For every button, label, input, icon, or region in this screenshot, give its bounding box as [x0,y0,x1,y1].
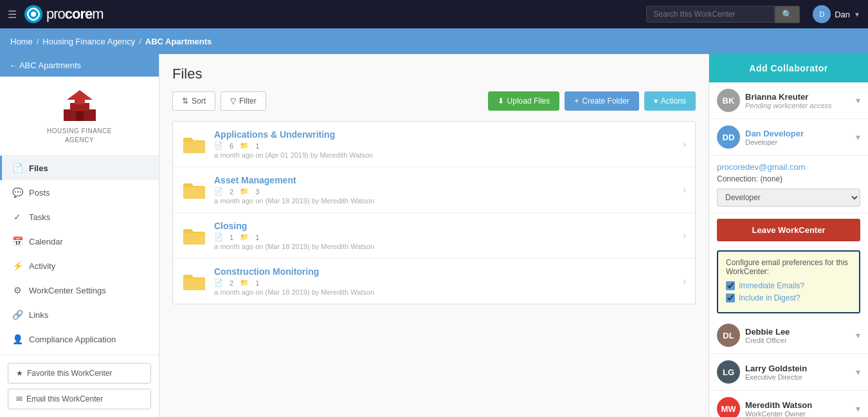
file-count-icon-3: 📄 [214,233,223,241]
collab-role-debbie: Credit Officer [745,337,851,344]
folder-item-applications[interactable]: Applications & Underwriting 📄 6 📁 1 a mo… [173,122,695,167]
collab-name-debbie: Debbie Lee [745,327,851,337]
collab-role-larry: Executive Director [745,373,851,381]
dan-detail-section: procoredev@gmail.com Connection: (none) … [709,156,868,214]
sidebar-item-label-tasks: Tasks [29,212,50,222]
chevron-right-icon-4: › [683,275,686,287]
folder-icon-closing [182,225,206,246]
immediate-emails-pref: Immediate Emails? [726,281,851,290]
file-count-icon: 📄 [214,142,223,150]
role-select[interactable]: Developer Admin Read Only [717,189,860,207]
search-button[interactable]: 🔍 [775,6,800,23]
collab-name-meredith: Meredith Watson [745,400,851,410]
folder-item-closing[interactable]: Closing 📄 1 📁 1 a month ago on (Mar 18 2… [173,213,695,259]
add-collaborator-button[interactable]: Add Collaborator [709,54,868,82]
subfolder-count-icon: 📁 [240,142,249,150]
folder-info-applications: Applications & Underwriting 📄 6 📁 1 a mo… [214,129,675,159]
toolbar: ⇅ Sort ▽ Filter ⬇ Upload Files + Create … [172,91,696,111]
settings-icon: ⚙ [12,285,23,295]
collab-role-brianna: Pending workcenter access [745,102,851,109]
search-input[interactable] [646,6,775,23]
sidebar-item-workcenter-settings[interactable]: ⚙ WorkCenter Settings [0,278,159,302]
favorite-workcenter-button[interactable]: ★ Favorite this WorkCenter [8,363,151,384]
hamburger-icon[interactable]: ☰ [8,8,17,21]
collab-info-brianna: Brianna Kreuter Pending workcenter acces… [745,92,851,109]
svg-point-1 [31,12,36,17]
chevron-debbie[interactable]: ▾ [856,330,860,340]
folder-info-construction: Construction Monitoring 📄 2 📁 1 a month … [214,266,675,296]
sidebar-item-links[interactable]: 🔗 Links [0,302,159,327]
folder-meta-asset: 📄 2 📁 3 [214,187,675,196]
svg-rect-6 [76,111,84,121]
chevron-larry[interactable]: ▾ [856,367,860,377]
folder-name-construction: Construction Monitoring [214,266,675,277]
sidebar-item-files[interactable]: 📄 Files [0,156,159,180]
sidebar-logo-text: HOUSING FINANCEAGENCY [10,127,149,145]
breadcrumb-agency[interactable]: Housing Finance Agency [42,37,135,46]
collaborator-debbie[interactable]: DL Debbie Lee Credit Officer ▾ [709,317,868,354]
sidebar-item-calendar[interactable]: 📅 Calendar [0,229,159,254]
connection-label: Connection: (none) [717,174,860,183]
sidebar-item-compliance[interactable]: 👤 Compliance Application [0,327,159,351]
breadcrumb-home[interactable]: Home [10,37,33,46]
sidebar-item-posts[interactable]: 💬 Posts [0,180,159,205]
sidebar-item-tasks[interactable]: ✓ Tasks [0,205,159,229]
collaborator-brianna[interactable]: BK Brianna Kreuter Pending workcenter ac… [709,82,868,119]
star-icon: ★ [16,369,23,378]
email-preferences-box: Configure email preferences for this Wor… [717,250,860,313]
file-count-icon-4: 📄 [214,279,223,287]
user-name: Dan [835,10,850,19]
sidebar-item-label-activity: Activity [29,261,55,271]
sort-button[interactable]: ⇅ Sort [172,91,215,111]
email-workcenter-button[interactable]: ✉ Email this WorkCenter [8,389,151,409]
chevron-dan[interactable]: ▾ [856,132,860,142]
collab-role-dan: Developer [745,138,851,146]
files-icon: 📄 [12,163,23,173]
folder-icon-applications [182,134,206,154]
collab-info-dan: Dan Developer Developer [745,129,851,146]
email-prefs-title: Configure email preferences for this Wor… [726,258,851,276]
content-area: Files ⇅ Sort ▽ Filter ⬇ Upload Files + C [159,54,709,417]
actions-button[interactable]: ▾ Actions [644,91,696,111]
user-avatar: D [813,5,831,23]
avatar-brianna: BK [717,89,740,112]
filter-button[interactable]: ▽ Filter [221,91,266,111]
sidebar-item-activity[interactable]: ⚡ Activity [0,254,159,278]
collab-info-meredith: Meredith Watson WorkCenter Owner [745,400,851,418]
sidebar: ← ABC Apartments HOUSING FINANCEAGENCY 📄… [0,54,159,417]
main-layout: ← ABC Apartments HOUSING FINANCEAGENCY 📄… [0,54,868,417]
collab-name-larry: Larry Goldstein [745,364,851,373]
activity-icon: ⚡ [12,261,23,271]
chevron-down-icon: ▾ [654,97,658,106]
folder-name-applications: Applications & Underwriting [214,129,675,140]
breadcrumb-sep-1: / [37,37,39,46]
user-area[interactable]: D Dan ▼ [813,5,860,23]
file-list: Applications & Underwriting 📄 6 📁 1 a mo… [172,121,696,304]
digest-checkbox[interactable] [726,293,735,302]
collab-name-dan: Dan Developer [745,129,851,138]
collaborator-dan[interactable]: DD Dan Developer Developer ▾ [709,119,868,156]
create-folder-button[interactable]: + Create Folder [565,91,638,111]
avatar-dan: DD [717,125,740,149]
sidebar-item-label-posts: Posts [29,188,50,198]
procore-logo-icon [23,4,44,24]
sidebar-footer: ★ Favorite this WorkCenter ✉ Email this … [0,355,159,417]
leave-workcenter-button[interactable]: Leave WorkCenter [717,219,860,241]
email-icon: ✉ [16,394,23,403]
sidebar-back-button[interactable]: ← ABC Apartments [0,54,159,77]
upload-files-button[interactable]: ⬇ Upload Files [488,91,560,111]
folder-info-asset: Asset Management 📄 2 📁 3 a month ago on … [214,175,675,205]
folder-meta-closing: 📄 1 📁 1 [214,233,675,241]
collaborator-larry[interactable]: LG Larry Goldstein Executive Director ▾ [709,354,868,391]
chevron-brianna[interactable]: ▾ [856,95,860,106]
dan-email[interactable]: procoredev@gmail.com [717,162,860,172]
immediate-emails-checkbox[interactable] [726,281,735,290]
upload-icon: ⬇ [498,97,504,106]
folder-meta-applications: 📄 6 📁 1 [214,142,675,150]
collab-role-meredith: WorkCenter Owner [745,410,851,418]
chevron-meredith[interactable]: ▾ [856,403,860,414]
folder-item-construction[interactable]: Construction Monitoring 📄 2 📁 1 a month … [173,259,695,304]
collaborator-meredith[interactable]: MW Meredith Watson WorkCenter Owner ▾ [709,391,868,417]
folder-item-asset[interactable]: Asset Management 📄 2 📁 3 a month ago on … [173,167,695,213]
posts-icon: 💬 [12,187,23,198]
